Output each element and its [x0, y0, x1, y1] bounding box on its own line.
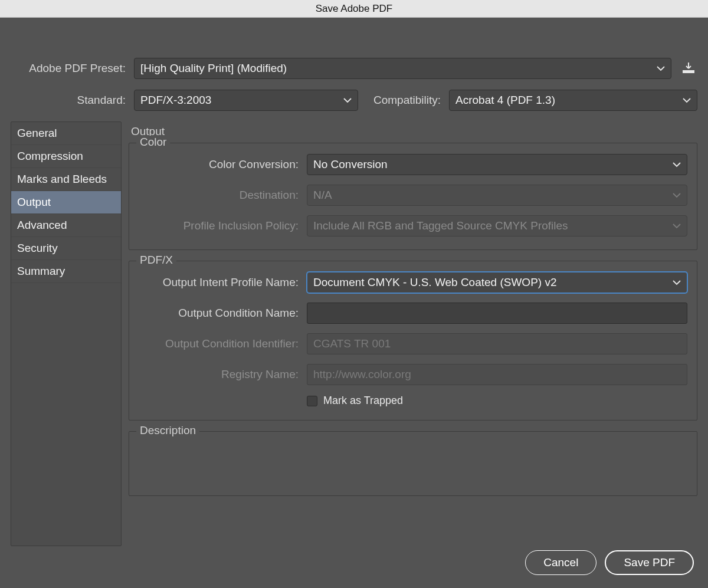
description-legend: Description	[136, 424, 199, 437]
mark-as-trapped-checkbox[interactable]	[307, 396, 317, 406]
sidebar-item-marks-bleeds[interactable]: Marks and Bleeds	[11, 168, 121, 191]
destination-dropdown: N/A	[307, 185, 687, 206]
output-condition-name-input[interactable]	[307, 303, 687, 324]
standard-dropdown[interactable]: PDF/X-3:2003	[134, 90, 358, 111]
chevron-down-icon	[673, 280, 681, 285]
registry-name-label: Registry Name:	[139, 368, 307, 381]
panel-title: Output	[129, 121, 697, 143]
destination-value: N/A	[313, 189, 332, 202]
sidebar-item-output[interactable]: Output	[11, 191, 121, 214]
compatibility-label: Compatibility:	[366, 94, 441, 107]
profile-inclusion-value: Include All RGB and Tagged Source CMYK P…	[313, 219, 568, 232]
preset-dropdown[interactable]: [High Quality Print] (Modified)	[134, 58, 671, 79]
sidebar-item-general[interactable]: General	[11, 122, 121, 145]
output-condition-id-label: Output Condition Identifier:	[139, 337, 307, 350]
chevron-down-icon	[673, 192, 681, 198]
color-conversion-value: No Conversion	[313, 158, 388, 171]
destination-label: Destination:	[139, 189, 307, 202]
output-intent-label: Output Intent Profile Name:	[139, 276, 307, 289]
sidebar-item-advanced[interactable]: Advanced	[11, 214, 121, 237]
compatibility-value: Acrobat 4 (PDF 1.3)	[455, 94, 555, 107]
save-pdf-button[interactable]: Save PDF	[605, 550, 694, 575]
svg-rect-0	[683, 70, 694, 73]
registry-name-input	[307, 364, 687, 385]
save-preset-icon[interactable]	[680, 60, 697, 77]
pdfx-legend: PDF/X	[136, 254, 176, 267]
output-condition-id-input	[307, 333, 687, 354]
chevron-down-icon	[343, 97, 352, 103]
chevron-down-icon	[673, 223, 681, 229]
chevron-down-icon	[683, 97, 691, 103]
color-conversion-dropdown[interactable]: No Conversion	[307, 154, 687, 175]
output-condition-name-label: Output Condition Name:	[139, 307, 307, 320]
preset-value: [High Quality Print] (Modified)	[140, 62, 287, 75]
cancel-button[interactable]: Cancel	[525, 550, 596, 575]
standard-label: Standard:	[11, 94, 126, 107]
color-conversion-label: Color Conversion:	[139, 158, 307, 171]
standard-value: PDF/X-3:2003	[140, 94, 211, 107]
preset-label: Adobe PDF Preset:	[11, 62, 126, 75]
profile-inclusion-label: Profile Inclusion Policy:	[139, 219, 307, 232]
profile-inclusion-dropdown: Include All RGB and Tagged Source CMYK P…	[307, 215, 687, 236]
window-title: Save Adobe PDF	[0, 0, 708, 18]
sidebar-item-summary[interactable]: Summary	[11, 260, 121, 283]
compatibility-dropdown[interactable]: Acrobat 4 (PDF 1.3)	[449, 90, 697, 111]
chevron-down-icon	[657, 65, 665, 71]
sidebar-item-security[interactable]: Security	[11, 237, 121, 260]
category-sidebar: General Compression Marks and Bleeds Out…	[11, 121, 122, 546]
output-intent-value: Document CMYK - U.S. Web Coated (SWOP) v…	[313, 276, 557, 289]
sidebar-item-compression[interactable]: Compression	[11, 145, 121, 168]
chevron-down-icon	[673, 162, 681, 167]
mark-as-trapped-label: Mark as Trapped	[323, 395, 403, 407]
output-intent-dropdown[interactable]: Document CMYK - U.S. Web Coated (SWOP) v…	[307, 272, 687, 293]
color-legend: Color	[136, 136, 170, 149]
